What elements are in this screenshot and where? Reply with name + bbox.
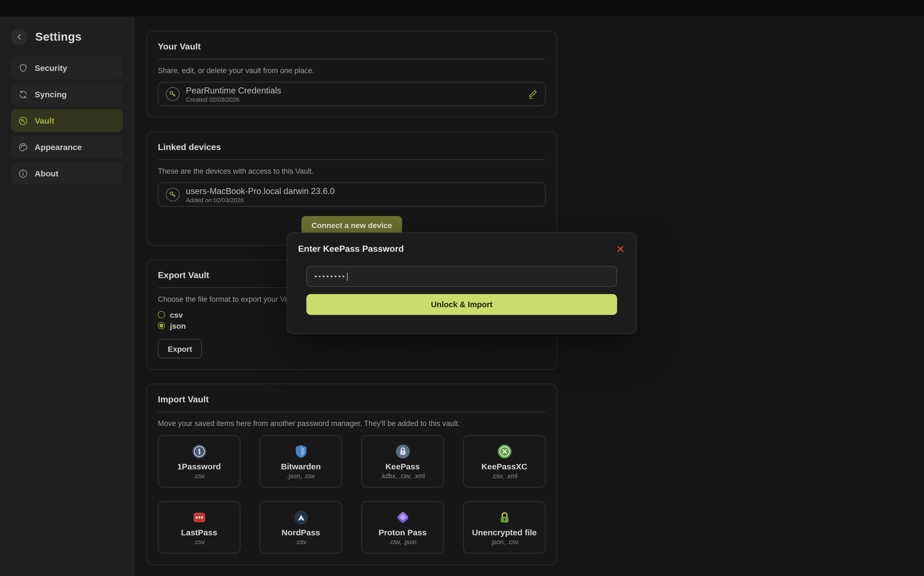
text-caret — [347, 272, 348, 281]
unencrypted-lock-icon — [497, 510, 512, 525]
sidebar-item-vault[interactable]: Vault — [11, 109, 123, 132]
provider-formats: .csv — [194, 472, 205, 479]
import-tile-1password[interactable]: 1Password .csv — [158, 435, 241, 488]
sidebar-item-label: About — [35, 169, 59, 178]
onepassword-icon — [192, 444, 207, 459]
vault-row[interactable]: PearRuntime Credentials Created 02/03/20… — [158, 82, 545, 106]
lastpass-icon — [192, 510, 207, 525]
keepass-password-modal: Enter KeePass Password •••••••• Unlock &… — [287, 232, 637, 334]
card-title: Linked devices — [158, 142, 545, 152]
radio-label: csv — [170, 310, 183, 319]
provider-formats: .kdbx, .csv, .xml — [380, 472, 425, 479]
provider-name: KeePass — [385, 461, 420, 471]
card-title: Your Vault — [158, 42, 545, 52]
divider — [158, 159, 545, 160]
sidebar-item-security[interactable]: Security — [11, 57, 123, 79]
password-input[interactable]: •••••••• — [306, 266, 617, 287]
linked-devices-card: Linked devices These are the devices wit… — [146, 131, 557, 246]
edit-pencil-icon[interactable] — [528, 89, 538, 99]
device-row[interactable]: users-MacBook-Pro.local darwin 23.6.0 Ad… — [158, 182, 545, 206]
sidebar-item-syncing[interactable]: Syncing — [11, 83, 123, 106]
sidebar-item-label: Syncing — [35, 90, 67, 99]
app-window: Settings Security Syncing Vault — [0, 0, 924, 576]
card-description: Move your saved items here from another … — [158, 419, 545, 427]
palette-icon — [18, 142, 28, 152]
keepassxc-icon — [497, 444, 512, 459]
your-vault-card: Your Vault Share, edit, or delete your v… — [146, 31, 557, 118]
modal-header: Enter KeePass Password — [298, 244, 626, 254]
modal-title: Enter KeePass Password — [298, 244, 404, 254]
info-icon — [18, 168, 28, 178]
provider-formats: .json, .csv — [287, 472, 315, 479]
provider-name: Proton Pass — [379, 527, 427, 537]
sidebar-item-about[interactable]: About — [11, 162, 123, 185]
page-title: Settings — [35, 30, 82, 43]
export-button[interactable]: Export — [158, 339, 202, 358]
keepass-icon — [395, 444, 410, 459]
modal-body: •••••••• Unlock & Import — [306, 266, 617, 315]
sync-icon — [18, 89, 28, 99]
chevron-left-icon — [15, 32, 24, 41]
provider-name: KeePassXC — [481, 461, 528, 471]
vault-name: PearRuntime Credentials — [186, 85, 281, 95]
radio-label: json — [170, 321, 186, 330]
protonpass-icon — [395, 510, 410, 525]
device-added-date: Added on 02/03/2026 — [186, 197, 335, 203]
vault-created-date: Created 02/03/2026 — [186, 96, 281, 102]
provider-name: NordPass — [282, 527, 320, 537]
provider-formats: .json, .csv — [490, 538, 518, 545]
import-tile-nordpass[interactable]: NordPass .csv — [260, 501, 342, 554]
radio-circle-icon — [158, 311, 165, 318]
sidebar-header: Settings — [0, 16, 134, 45]
provider-formats: .csv, .json — [389, 538, 417, 545]
sidebar-item-label: Security — [35, 63, 67, 72]
vault-row-text: PearRuntime Credentials Created 02/03/20… — [186, 85, 281, 102]
card-description: These are the devices with access to thi… — [158, 167, 545, 175]
connect-button-row: Connect a new device — [158, 216, 545, 234]
import-tile-lastpass[interactable]: LastPass .csv — [158, 501, 241, 554]
sidebar-item-appearance[interactable]: Appearance — [11, 136, 123, 158]
import-tile-keepassxc[interactable]: KeePassXC .csv, .xml — [463, 435, 545, 488]
device-name: users-MacBook-Pro.local darwin 23.6.0 — [186, 186, 335, 196]
sidebar-nav: Security Syncing Vault Appearance — [11, 57, 123, 185]
unlock-import-button[interactable]: Unlock & Import — [306, 294, 617, 315]
provider-name: LastPass — [181, 527, 217, 537]
card-description: Share, edit, or delete your vault from o… — [158, 67, 545, 75]
sidebar-item-label: Vault — [35, 116, 55, 125]
sidebar-item-label: Appearance — [35, 142, 82, 152]
provider-formats: .csv — [194, 538, 205, 545]
password-masked-value: •••••••• — [314, 273, 346, 280]
provider-name: Bitwarden — [281, 461, 321, 471]
connect-new-device-button[interactable]: Connect a new device — [302, 216, 402, 234]
provider-name: 1Password — [177, 461, 221, 471]
provider-name: Unencrypted file — [472, 527, 537, 537]
radio-circle-selected-icon — [158, 322, 165, 329]
import-provider-grid: 1Password .csv Bitwarden .json, .csv — [158, 435, 545, 554]
import-tile-protonpass[interactable]: Proton Pass .csv, .json — [361, 501, 444, 554]
sidebar: Settings Security Syncing Vault — [0, 16, 134, 576]
nordpass-icon — [294, 510, 308, 525]
back-button[interactable] — [11, 29, 27, 45]
import-tile-keepass[interactable]: KeePass .kdbx, .csv, .xml — [361, 435, 444, 488]
import-tile-bitwarden[interactable]: Bitwarden .json, .csv — [260, 435, 342, 488]
import-vault-card: Import Vault Move your saved items here … — [146, 384, 557, 565]
provider-formats: .csv — [295, 538, 306, 545]
import-tile-unencrypted[interactable]: Unencrypted file .json, .csv — [463, 501, 545, 554]
provider-formats: .csv, .xml — [491, 472, 517, 479]
titlebar — [0, 0, 924, 16]
shield-icon — [18, 63, 28, 73]
key-icon — [165, 87, 180, 101]
divider — [158, 412, 545, 412]
device-row-text: users-MacBook-Pro.local darwin 23.6.0 Ad… — [186, 186, 335, 203]
device-key-icon — [165, 187, 180, 202]
divider — [158, 59, 545, 59]
close-icon[interactable] — [616, 244, 626, 254]
vault-key-icon — [18, 116, 28, 126]
bitwarden-icon — [294, 444, 308, 459]
card-title: Import Vault — [158, 395, 545, 405]
